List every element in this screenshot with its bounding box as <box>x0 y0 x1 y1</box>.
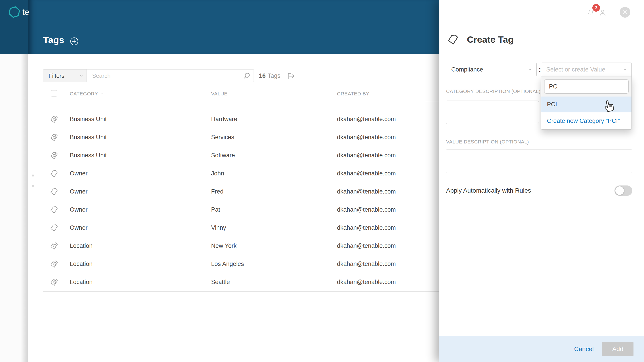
row-category: Location <box>70 261 92 268</box>
category-select[interactable]: Compliance <box>446 63 537 76</box>
add-button[interactable]: Add <box>602 342 634 356</box>
value-description-label: VALUE DESCRIPTION (OPTIONAL) <box>446 139 529 145</box>
row-created-by: dkahan@tenable.com <box>337 279 396 286</box>
user-account-icon[interactable] <box>598 8 607 18</box>
panel-topbar: 3 <box>440 0 644 24</box>
tag-count: 16 Tags <box>259 69 280 82</box>
value-select[interactable]: Select or create Value <box>541 62 632 76</box>
row-value: John <box>211 170 224 177</box>
row-value: Software <box>211 152 235 159</box>
row-category: Business Unit <box>70 116 107 123</box>
filters-label: Filters <box>48 72 64 79</box>
row-category: Owner <box>70 170 88 177</box>
value-description-textarea[interactable] <box>446 149 632 173</box>
search-icon[interactable] <box>242 71 251 80</box>
value-select-placeholder: Select or create Value <box>541 66 605 73</box>
filters-dropdown[interactable]: Filters <box>43 69 87 82</box>
search-input[interactable] <box>87 69 254 82</box>
row-created-by: dkahan@tenable.com <box>337 170 396 177</box>
rail-dot <box>32 175 34 177</box>
row-created-by: dkahan@tenable.com <box>337 206 396 213</box>
tag-icon <box>50 260 58 269</box>
row-created-by: dkahan@tenable.com <box>337 188 396 195</box>
row-category: Owner <box>70 188 88 195</box>
row-value: Hardware <box>211 116 237 123</box>
column-header-created-by[interactable]: CREATED BY <box>337 91 370 97</box>
rules-toggle[interactable] <box>614 185 632 196</box>
row-created-by: dkahan@tenable.com <box>337 224 396 231</box>
panel-footer: Cancel Add <box>440 336 644 362</box>
row-value: Pat <box>211 206 220 213</box>
dropdown-search-zone <box>541 76 632 96</box>
tag-icon <box>50 242 58 251</box>
row-created-by: dkahan@tenable.com <box>337 134 396 141</box>
toggle-knob <box>615 186 624 195</box>
cancel-button[interactable]: Cancel <box>574 346 594 353</box>
tag-icon <box>50 115 58 124</box>
tag-count-label: Tags <box>268 72 280 79</box>
export-icon[interactable] <box>287 72 296 80</box>
row-created-by: dkahan@tenable.com <box>337 152 396 159</box>
panel-title-row: Create Tag <box>447 33 514 46</box>
tag-icon <box>50 223 58 232</box>
app-root: te Tags Filters <box>0 0 644 362</box>
tag-count-number: 16 <box>259 72 266 79</box>
row-value: Fred <box>211 188 224 195</box>
table-row[interactable]: Owner Vinny dkahan@tenable.com <box>28 219 440 237</box>
column-header-value[interactable]: VALUE <box>211 91 228 97</box>
close-icon <box>622 10 628 15</box>
category-description-label: CATEGORY DESCRIPTION (OPTIONAL) <box>446 88 540 94</box>
table-row[interactable]: Business Unit Hardware dkahan@tenable.co… <box>28 110 440 128</box>
tenable-logo-icon[interactable] <box>8 6 20 18</box>
tag-icon <box>50 278 58 287</box>
chevron-down-icon <box>78 73 84 78</box>
tag-icon <box>50 187 58 196</box>
create-tag-plus-icon[interactable] <box>70 37 78 45</box>
row-value: Services <box>211 134 234 141</box>
category-select-value: Compliance <box>446 66 483 73</box>
tag-icon <box>50 151 58 160</box>
row-created-by: dkahan@tenable.com <box>337 261 396 268</box>
chevron-down-icon <box>527 67 533 72</box>
column-header-category[interactable]: CATEGORY <box>70 91 104 97</box>
category-description-textarea[interactable] <box>446 100 539 124</box>
table-header-divider <box>43 102 440 102</box>
table-row[interactable]: Business Unit Services dkahan@tenable.co… <box>28 128 440 147</box>
value-search-input[interactable] <box>544 79 628 94</box>
page-title: Tags <box>43 35 64 45</box>
rail-dot <box>32 185 34 187</box>
row-category: Business Unit <box>70 134 107 141</box>
row-category: Location <box>70 242 92 249</box>
table-row[interactable]: Location Los Angeles dkahan@tenable.com <box>28 255 440 273</box>
tags-table-section: Filters 16 Tags <box>28 54 440 362</box>
row-value: Seattle <box>211 279 230 286</box>
page-header: Tags <box>28 0 440 54</box>
row-category: Location <box>70 279 92 286</box>
create-new-category-option[interactable]: Create new Category “PCI” <box>541 112 632 129</box>
value-select-dropdown: PCI Create new Category “PCI” <box>541 76 632 130</box>
table-row[interactable]: Location New York dkahan@tenable.com <box>28 237 440 255</box>
rules-row: Apply Automatically with Rules <box>446 185 632 196</box>
table-row[interactable]: Owner Pat dkahan@tenable.com <box>28 201 440 219</box>
close-panel-button[interactable] <box>620 7 630 18</box>
tag-icon <box>50 169 58 178</box>
create-tag-panel: 3 Create Tag Compliance <box>440 0 644 362</box>
table-row[interactable]: Business Unit Software dkahan@tenable.co… <box>28 147 440 165</box>
row-category: Owner <box>70 224 88 231</box>
row-value: New York <box>211 242 236 249</box>
search-toolbar: Filters <box>43 69 254 82</box>
dropdown-option[interactable]: PCI <box>541 96 632 112</box>
sort-chevron-icon <box>100 92 104 96</box>
table-row[interactable]: Owner Fred dkahan@tenable.com <box>28 183 440 201</box>
panel-title: Create Tag <box>467 34 514 45</box>
row-category: Business Unit <box>70 152 107 159</box>
brand-text: te <box>22 7 29 17</box>
select-all-checkbox[interactable] <box>51 90 57 96</box>
left-rail <box>0 54 28 362</box>
table-row[interactable]: Owner John dkahan@tenable.com <box>28 165 440 183</box>
tag-icon <box>447 33 459 46</box>
table-row[interactable]: Location Seattle dkahan@tenable.com <box>28 273 440 291</box>
chevron-down-icon <box>622 67 628 72</box>
rules-toggle-label: Apply Automatically with Rules <box>446 187 531 194</box>
row-value: Vinny <box>211 224 226 231</box>
